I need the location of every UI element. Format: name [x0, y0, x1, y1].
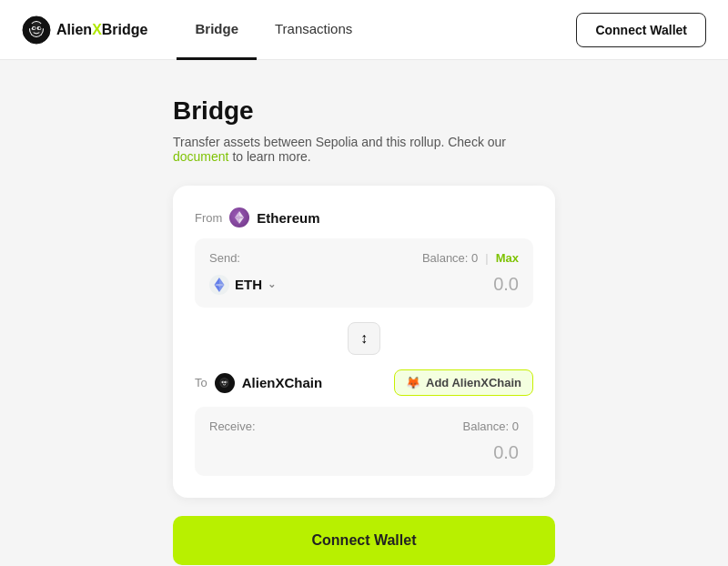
eth-icon	[209, 275, 229, 295]
tab-transactions[interactable]: Transactions	[257, 0, 370, 60]
receive-label: Receive:	[209, 419, 256, 433]
add-alienxchain-button[interactable]: 🦊 Add AlienXChain	[394, 369, 533, 396]
to-chain-name: AlienXChain	[242, 375, 322, 390]
page-content-wrapper: Bridge Transfer assets between Sepolia a…	[173, 96, 555, 565]
svg-point-6	[38, 26, 40, 28]
page-title: Bridge	[173, 96, 555, 126]
alienxchain-icon	[215, 373, 235, 393]
page-description: Transfer assets between Sepolia and this…	[173, 135, 555, 164]
swap-button-wrapper: ↕	[195, 322, 533, 355]
nav-tabs: Bridge Transactions	[177, 0, 576, 60]
send-input-header: Send: Balance: 0 | Max	[209, 251, 519, 265]
alien-logo-icon	[22, 15, 51, 45]
token-selector[interactable]: ETH ⌄	[209, 275, 276, 295]
token-row: ETH ⌄ 0.0	[209, 274, 519, 295]
to-section-label: To AlienXChain	[195, 373, 322, 393]
main-content: Bridge Transfer assets between Sepolia a…	[0, 60, 728, 566]
connect-wallet-main-button[interactable]: Connect Wallet	[173, 516, 555, 565]
from-section-label: From Ethereum	[195, 207, 533, 227]
add-chain-icon: 🦊	[406, 376, 420, 389]
ethereum-chain-icon	[229, 207, 249, 227]
logo-text: AlienXBridge	[56, 22, 147, 38]
token-chevron-icon: ⌄	[268, 278, 276, 290]
header: AlienXBridge Bridge Transactions Connect…	[0, 0, 728, 60]
token-name: ETH	[235, 277, 262, 292]
to-balance: Balance: 0	[463, 419, 519, 433]
receive-box: Receive: Balance: 0 0.0	[195, 407, 533, 476]
logo: AlienXBridge	[22, 15, 147, 45]
send-label: Send:	[209, 251, 240, 265]
balance-divider: |	[485, 251, 488, 265]
svg-point-14	[223, 381, 224, 382]
from-balance-area: Balance: 0 | Max	[422, 251, 519, 265]
from-balance: Balance: 0	[422, 251, 478, 265]
add-chain-label: Add AlienXChain	[426, 376, 521, 389]
bridge-card: From Ethereum Send:	[173, 186, 555, 498]
max-button[interactable]: Max	[496, 251, 519, 265]
from-chain-name: Ethereum	[257, 210, 319, 226]
send-input-box: Send: Balance: 0 | Max	[195, 238, 533, 308]
receive-amount: 0.0	[209, 442, 519, 463]
to-section-header: To AlienXChain	[195, 369, 533, 396]
svg-point-5	[33, 26, 35, 28]
svg-point-15	[226, 381, 227, 382]
document-link[interactable]: document	[173, 149, 228, 164]
connect-wallet-header-button[interactable]: Connect Wallet	[576, 13, 706, 47]
tab-bridge[interactable]: Bridge	[177, 0, 257, 60]
send-amount: 0.0	[493, 274, 519, 295]
swap-direction-button[interactable]: ↕	[348, 322, 380, 355]
swap-icon: ↕	[360, 330, 368, 347]
receive-header: Receive: Balance: 0	[209, 419, 519, 433]
